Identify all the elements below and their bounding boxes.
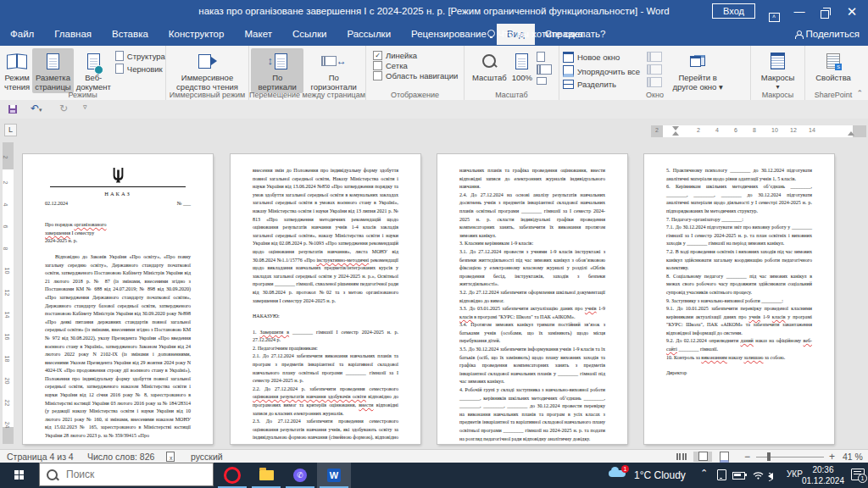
collapse-ribbon-icon[interactable]: ⌃ — [856, 89, 863, 97]
volume-icon[interactable] — [768, 471, 773, 481]
undo-icon[interactable]: ↶▾ — [31, 103, 42, 114]
h-ruler-number: 6 — [734, 127, 737, 133]
lightbulb-icon — [487, 30, 495, 37]
gridlines-checkbox[interactable]: Сетка — [373, 61, 462, 70]
wifi-icon[interactable] — [753, 471, 764, 481]
misspelled-text: учнів — [585, 306, 597, 311]
v-ruler-number: 16 — [4, 334, 10, 341]
page-indicator[interactable]: Страница 4 из 4 — [7, 452, 74, 462]
order-date: 02.12.2024 — [45, 200, 68, 208]
tell-me-box[interactable]: Что вы хотите сделать? — [487, 29, 605, 39]
navigation-pane-checkbox[interactable]: Область навигации — [373, 71, 462, 80]
language-indicator[interactable]: русский — [191, 452, 223, 462]
arrange-all-button[interactable]: Упорядочить все — [563, 65, 640, 77]
ribbon-tab-7[interactable]: Рецензирование — [401, 24, 497, 45]
print-layout-button[interactable]: Разметка страницы — [32, 48, 73, 93]
zoom-in-button[interactable]: + — [829, 451, 835, 463]
web-layout-button[interactable]: Веб-документ — [74, 48, 114, 93]
tab-stop-selector[interactable]: L — [4, 124, 17, 136]
clock[interactable]: 20:36 01.12.2024 — [802, 464, 844, 486]
document-paragraph: 2. Педагогічним працівникам: — [253, 345, 398, 353]
zoom-slider-thumb[interactable] — [767, 452, 771, 461]
ribbon-tab-row: ФайлГлавнаяВставкаКонструкторМакетСсылки… — [0, 24, 868, 46]
properties-icon: S — [826, 53, 840, 69]
date-number-row: 02.12.2024№ ___ — [45, 200, 191, 208]
language-switcher[interactable]: УКР — [787, 469, 803, 479]
search-icon — [47, 469, 58, 480]
share-button[interactable]: Поделиться — [795, 29, 860, 39]
ribbon-tab-3[interactable]: Конструктор — [159, 24, 235, 45]
ribbon-tab-1[interactable]: Главная — [44, 24, 102, 45]
page-icon — [47, 53, 59, 69]
taskbar-opera-icon[interactable] — [215, 463, 249, 488]
macros-button[interactable]: Макросы▾ — [759, 48, 798, 93]
web-layout-view-icon[interactable] — [715, 452, 733, 462]
page-width-icon[interactable] — [537, 77, 547, 85]
properties-button[interactable]: SСвойства — [813, 48, 854, 85]
ribbon-tab-5[interactable]: Ссылки — [282, 24, 337, 45]
one-page-icon[interactable] — [537, 52, 545, 62]
document-page-3[interactable]: навчальних планів та графіка проведення … — [437, 154, 627, 444]
reset-window-position-icon[interactable] — [647, 77, 662, 87]
view-side-by-side-icon[interactable] — [647, 52, 662, 62]
redo-icon[interactable]: ↻ — [59, 103, 68, 114]
minimize-button[interactable]: — — [787, 0, 812, 24]
document-page-4[interactable]: 5. Практичному психологу ________ до 30.… — [644, 154, 834, 444]
vertical-movement-button[interactable]: ↕По вертикали — [251, 48, 303, 93]
vertical-ruler[interactable]: 224681012141618202224 — [3, 142, 14, 444]
misspelled-text: внести — [359, 402, 373, 408]
proofing-status-icon[interactable]: x — [166, 452, 178, 463]
customize-qat-icon[interactable]: ▿ — [83, 103, 87, 111]
ribbon-tab-0[interactable]: Файл — [0, 24, 44, 45]
hanging-indent-marker[interactable] — [672, 131, 679, 136]
read-mode-button[interactable]: Режим чтения — [2, 48, 32, 93]
ribbon-tab-2[interactable]: Вставка — [102, 24, 159, 45]
side-to-side-button[interactable]: ↔По горизонтали — [303, 48, 364, 93]
document-paragraph: навчальних планів та графіка проведення … — [459, 167, 605, 191]
document-paragraph: 6. Керівникам шкільних методичних об’єдн… — [666, 183, 812, 215]
taskbar-search[interactable] — [39, 463, 214, 486]
read-mode-view-icon[interactable] — [672, 452, 691, 462]
immersive-reader-button[interactable]: Иммерсивное средство чтения — [168, 48, 247, 93]
action-center-icon[interactable]: 1 — [851, 469, 865, 480]
first-line-indent-marker[interactable] — [672, 126, 679, 130]
title-bar: наказ про організоване завершення І с 20… — [0, 0, 868, 24]
start-button[interactable] — [0, 463, 39, 488]
draft-view-button[interactable]: Черновик — [115, 64, 165, 74]
sign-in-button[interactable]: Вход — [712, 3, 755, 19]
battery-icon[interactable] — [732, 471, 745, 481]
h-ruler-number: 2 — [697, 127, 700, 133]
zoom-slider-track[interactable] — [756, 457, 824, 458]
restore-button[interactable] — [812, 0, 837, 24]
synchronous-scrolling-icon[interactable] — [647, 64, 662, 75]
print-layout-view-icon[interactable] — [693, 452, 712, 462]
zoom-100-button[interactable]: 100% — [509, 48, 535, 85]
document-page-1[interactable]: НАКАЗ02.12.2024№ ___Про порядок організо… — [23, 154, 213, 444]
word-count[interactable]: Число слов: 826 — [87, 452, 154, 462]
outline-view-button[interactable]: Структура — [115, 51, 165, 61]
right-indent-marker[interactable] — [848, 131, 854, 136]
zoom-button[interactable]: Масштаб — [470, 48, 509, 85]
ribbon-tab-4[interactable]: Макет — [234, 24, 282, 45]
document-page-2[interactable]: внесення змін до Положення про індивідуа… — [231, 154, 420, 444]
new-window-button[interactable]: Новое окно — [563, 52, 640, 63]
multiple-pages-icon[interactable] — [537, 64, 552, 75]
taskbar-explorer-icon[interactable] — [249, 463, 283, 488]
device-sync-icon[interactable] — [717, 469, 726, 482]
save-icon[interactable] — [8, 104, 17, 116]
switch-windows-button[interactable]: Перейти в другое окно ▾ — [667, 48, 728, 93]
horizontal-ruler[interactable]: 22468101214 — [651, 125, 866, 137]
outline-icon — [115, 51, 124, 61]
search-input[interactable] — [64, 468, 195, 481]
taskbar-word-icon[interactable]: W — [317, 463, 351, 488]
split-button[interactable]: Разделить — [563, 80, 640, 89]
ribbon-display-options-icon[interactable]: ˄ — [761, 0, 787, 24]
ruler-checkbox[interactable]: ✓Линейка — [373, 51, 462, 60]
ribbon-tab-6[interactable]: Рассылки — [337, 24, 401, 45]
close-button[interactable]: ✕ — [839, 0, 865, 24]
hidden-icons-chevron[interactable]: ⌃ — [700, 468, 708, 479]
taskbar-viber-icon[interactable]: ✆ — [283, 463, 317, 488]
zoom-percentage[interactable]: 41 % — [843, 452, 863, 462]
h-ruler-number: 10 — [771, 127, 778, 133]
zoom-out-button[interactable]: − — [744, 451, 750, 463]
